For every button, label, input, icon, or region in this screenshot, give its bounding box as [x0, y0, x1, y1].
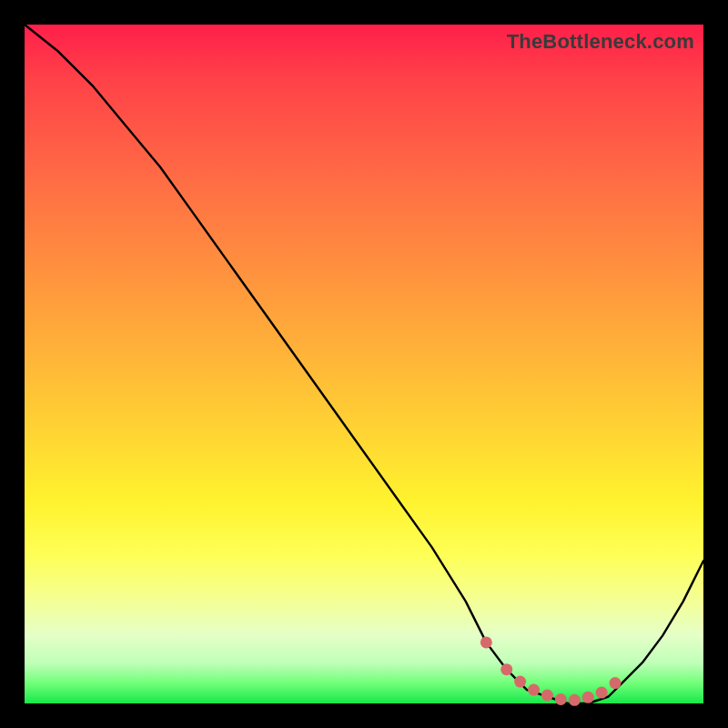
- highlight-dot: [555, 693, 567, 705]
- highlight-dot: [528, 684, 540, 696]
- highlight-dot: [541, 690, 553, 702]
- highlight-dot: [596, 687, 608, 699]
- curve-layer: [25, 25, 703, 703]
- highlight-dot: [610, 677, 622, 689]
- chart-container: TheBottleneck.com: [0, 0, 728, 728]
- plot-area: TheBottleneck.com: [25, 25, 703, 703]
- highlight-dots: [480, 636, 622, 705]
- highlight-dot: [500, 663, 512, 675]
- highlight-dot: [514, 676, 526, 688]
- highlight-dot: [480, 636, 492, 648]
- highlight-dot: [569, 694, 581, 706]
- bottleneck-curve: [25, 25, 703, 703]
- highlight-dot: [582, 692, 594, 703]
